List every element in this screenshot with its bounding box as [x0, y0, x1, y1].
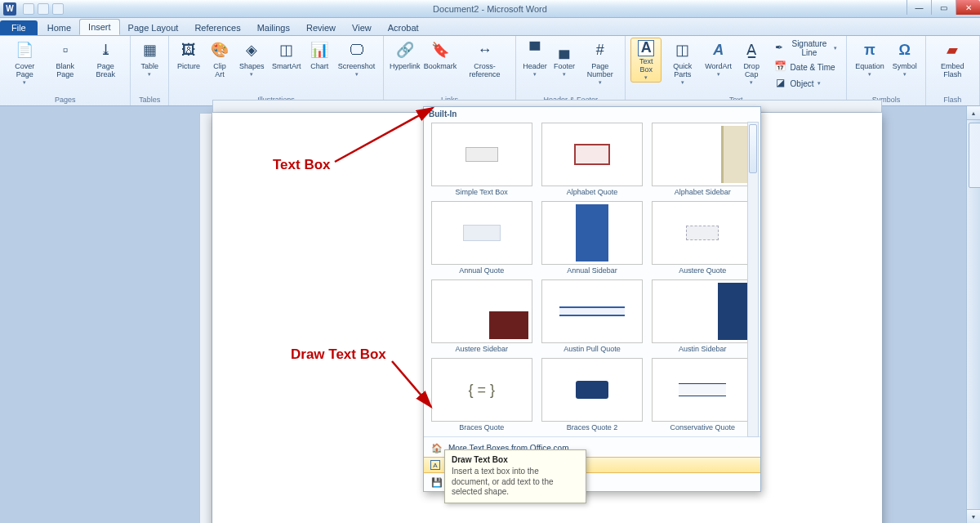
annotation-arrow-draw — [0, 0, 980, 523]
svg-line-1 — [392, 361, 431, 407]
annotation-text-box: Text Box — [273, 157, 331, 173]
annotation-draw-text-box: Draw Text Box — [291, 346, 386, 363]
